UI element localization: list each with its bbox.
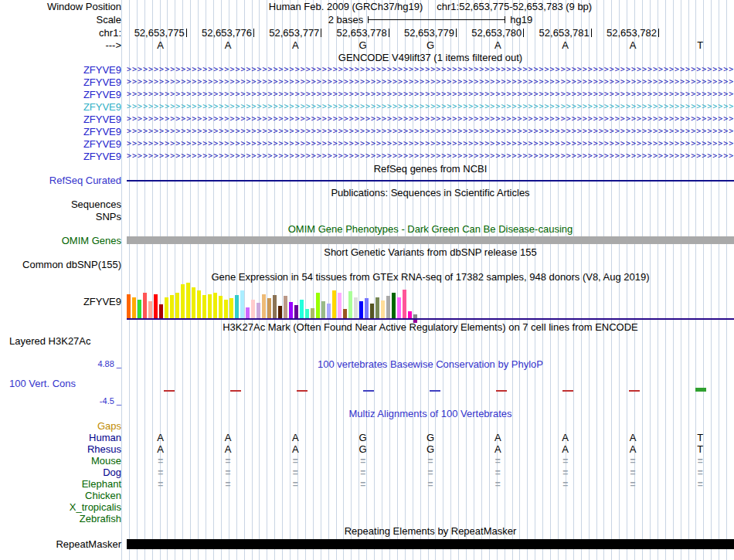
- gene-label[interactable]: ZFYVE9: [0, 63, 127, 76]
- transcript-arrows[interactable]: >>>>>>>>>>>>>>>>>>>>>>>>>>>>>>>>>>>>>>>>…: [127, 125, 734, 137]
- dbsnp-label[interactable]: Common dbSNP(155): [0, 258, 127, 270]
- gene-label[interactable]: ZFYVE9: [0, 113, 127, 125]
- cell: =: [667, 467, 734, 478]
- gtex-gene-label[interactable]: ZFYVE9: [0, 283, 127, 320]
- gtex-bar: [375, 297, 379, 318]
- gtex-expression-row[interactable]: ZFYVE9: [0, 283, 734, 320]
- gencode-transcript-row[interactable]: ZFYVE9 >>>>>>>>>>>>>>>>>>>>>>>>>>>>>>>>>…: [0, 113, 734, 125]
- repeatmasker-title: Repeating Elements by RepeatMasker: [345, 525, 517, 537]
- empty-label: [0, 524, 127, 538]
- gencode-title: GENCODE V49lift37 (1 items filtered out): [338, 52, 522, 63]
- base-cells: AAAGGAAAT: [127, 39, 734, 51]
- gencode-transcript-row[interactable]: ZFYVE9 >>>>>>>>>>>>>>>>>>>>>>>>>>>>>>>>>…: [0, 125, 734, 137]
- transcript-arrows[interactable]: >>>>>>>>>>>>>>>>>>>>>>>>>>>>>>>>>>>>>>>>…: [127, 113, 734, 125]
- repeatmasker-track-row[interactable]: RepeatMasker: [0, 538, 734, 551]
- gtex-bar: [370, 304, 374, 318]
- cons-mark: [668, 371, 734, 395]
- cell: G: [329, 443, 396, 455]
- gtex-bars[interactable]: [127, 283, 417, 318]
- cell: =: [329, 467, 396, 478]
- scale-bar: [368, 16, 505, 23]
- omim-gene-bar[interactable]: [127, 236, 734, 244]
- h3k27ac-label[interactable]: Layered H3K27Ac: [0, 334, 136, 348]
- dbsnp-title: Short Genetic Variants from dbSNP releas…: [324, 246, 537, 258]
- gene-label[interactable]: ZFYVE9: [0, 88, 127, 100]
- transcript-arrows[interactable]: >>>>>>>>>>>>>>>>>>>>>>>>>>>>>>>>>>>>>>>>…: [127, 137, 734, 150]
- sequences-label[interactable]: Sequences: [0, 199, 127, 210]
- cell: A: [262, 432, 329, 443]
- cell: =: [194, 455, 261, 467]
- coordinate-cells: 52,653,77552,653,77652,653,77752,653,778…: [127, 26, 734, 39]
- cell: A: [464, 39, 532, 51]
- alignment-cells: [127, 501, 734, 513]
- gtex-bar: [397, 297, 401, 318]
- transcript-arrows[interactable]: >>>>>>>>>>>>>>>>>>>>>>>>>>>>>>>>>>>>>>>>…: [127, 150, 734, 162]
- multiz-gaps-row: Gaps: [0, 420, 734, 432]
- species-label[interactable]: Mouse: [0, 455, 127, 467]
- snps-row: SNPs: [0, 210, 734, 222]
- cell: 52,653,776: [194, 26, 261, 39]
- species-label[interactable]: Zebrafish: [0, 513, 127, 524]
- transcript-arrows[interactable]: >>>>>>>>>>>>>>>>>>>>>>>>>>>>>>>>>>>>>>>>…: [127, 76, 734, 88]
- gencode-transcript-row[interactable]: ZFYVE9 >>>>>>>>>>>>>>>>>>>>>>>>>>>>>>>>>…: [0, 76, 734, 88]
- gencode-transcript-row-highlighted[interactable]: ZFYVE9 >>>>>>>>>>>>>>>>>>>>>>>>>>>>>>>>>…: [0, 100, 734, 113]
- omim-genes-label[interactable]: OMIM Genes: [0, 236, 127, 246]
- empty-label: [0, 186, 127, 199]
- cell: A: [532, 432, 599, 443]
- gtex-bar: [202, 295, 206, 318]
- refseq-curated-label[interactable]: RefSeq Curated: [0, 175, 127, 186]
- empty-label: [0, 51, 127, 63]
- gene-label[interactable]: ZFYVE9: [0, 76, 127, 88]
- species-label[interactable]: Chicken: [0, 490, 127, 501]
- repeatmasker-bar[interactable]: [127, 539, 734, 549]
- multiz-species-row: X_tropicalis: [0, 501, 734, 513]
- species-label[interactable]: Elephant: [0, 478, 127, 490]
- gene-label[interactable]: ZFYVE9: [0, 100, 127, 113]
- snps-label[interactable]: SNPs: [0, 210, 127, 222]
- gene-label[interactable]: ZFYVE9: [0, 125, 127, 137]
- base-sequence-row: ---> AAAGGAAAT: [0, 39, 734, 51]
- gtex-bar: [127, 294, 131, 318]
- gene-label[interactable]: ZFYVE9: [0, 137, 127, 150]
- gencode-title-row: GENCODE V49lift37 (1 items filtered out): [0, 51, 734, 63]
- species-label[interactable]: X_tropicalis: [0, 501, 127, 513]
- empty-label: [0, 406, 127, 420]
- refseq-gene-bar[interactable]: [127, 180, 734, 182]
- gene-label[interactable]: ZFYVE9: [0, 150, 127, 162]
- cell: A: [194, 432, 261, 443]
- refseq-curated-row[interactable]: RefSeq Curated: [0, 175, 734, 186]
- cell: =: [127, 467, 194, 478]
- cell: 52,653,782: [599, 26, 666, 39]
- gencode-transcript-row[interactable]: ZFYVE9 >>>>>>>>>>>>>>>>>>>>>>>>>>>>>>>>>…: [0, 63, 734, 76]
- species-label[interactable]: Human: [0, 432, 127, 443]
- cons-mark: [402, 371, 468, 395]
- gtex-bar: [386, 296, 390, 318]
- conservation-label[interactable]: 100 Vert. Cons: [0, 371, 136, 395]
- gencode-transcript-row[interactable]: ZFYVE9 >>>>>>>>>>>>>>>>>>>>>>>>>>>>>>>>>…: [0, 150, 734, 162]
- transcript-arrows[interactable]: >>>>>>>>>>>>>>>>>>>>>>>>>>>>>>>>>>>>>>>>…: [127, 88, 734, 100]
- multiz-title: Multiz Alignments of 100 Vertebrates: [348, 408, 511, 419]
- window-position-row: Window Position Human Feb. 2009 (GRCh37/…: [0, 0, 734, 13]
- gaps-label[interactable]: Gaps: [0, 420, 127, 432]
- cell: A: [532, 39, 599, 51]
- multiz-species-row: Human AAAGGAAAT: [0, 432, 734, 443]
- transcript-arrows[interactable]: >>>>>>>>>>>>>>>>>>>>>>>>>>>>>>>>>>>>>>>>…: [127, 100, 734, 113]
- gtex-bar: [181, 284, 185, 318]
- conservation-min-label: -4.5 _: [0, 395, 127, 406]
- omim-genes-row[interactable]: OMIM Genes: [0, 236, 734, 246]
- repeatmasker-label[interactable]: RepeatMasker: [0, 538, 127, 551]
- species-label[interactable]: Rhesus: [0, 443, 127, 455]
- gtex-bar: [170, 295, 174, 318]
- cell: A: [262, 443, 329, 455]
- gtex-bar: [175, 293, 179, 318]
- species-label[interactable]: Dog: [0, 467, 127, 478]
- multiz-title-row: Multiz Alignments of 100 Vertebrates: [0, 406, 734, 420]
- gtex-bar: [197, 290, 201, 318]
- gencode-transcript-row[interactable]: ZFYVE9 >>>>>>>>>>>>>>>>>>>>>>>>>>>>>>>>>…: [0, 88, 734, 100]
- alignment-cells: [127, 513, 734, 524]
- omim-title: OMIM Gene Phenotypes - Dark Green Can Be…: [288, 223, 573, 235]
- h3k27ac-track-row: Layered H3K27Ac: [0, 334, 734, 348]
- transcript-arrows[interactable]: >>>>>>>>>>>>>>>>>>>>>>>>>>>>>>>>>>>>>>>>…: [127, 63, 734, 76]
- gencode-transcript-row[interactable]: ZFYVE9 >>>>>>>>>>>>>>>>>>>>>>>>>>>>>>>>>…: [0, 137, 734, 150]
- gtex-bar: [332, 290, 336, 318]
